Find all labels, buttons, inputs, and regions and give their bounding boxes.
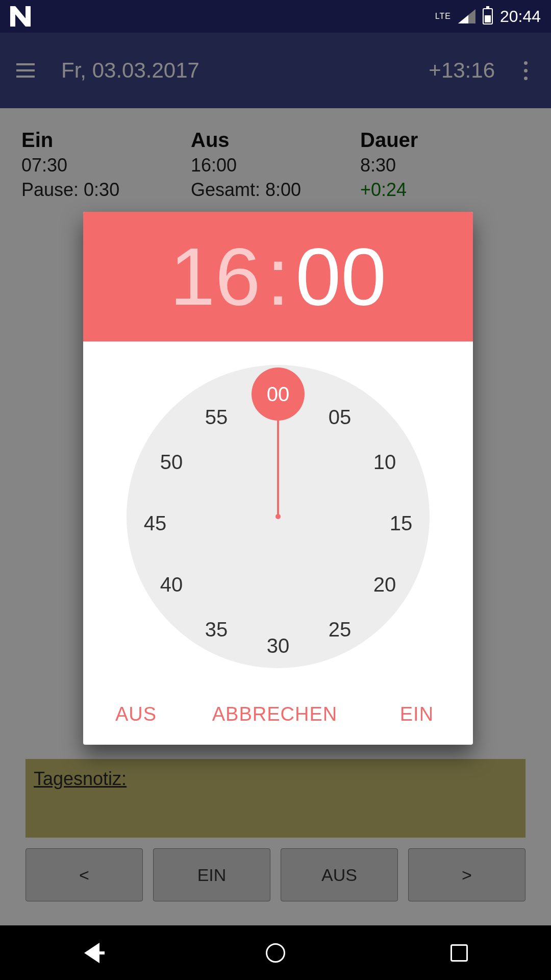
network-type-label: LTE [435,12,451,21]
battery-icon [483,8,493,24]
system-nav-bar [0,925,551,980]
clock-tick-05[interactable]: 05 [322,404,358,430]
clock-face[interactable]: 00 05 10 15 20 25 30 35 40 45 50 55 [127,365,430,668]
nav-home-icon[interactable] [263,941,288,965]
clock-tick-15[interactable]: 15 [383,510,419,536]
dialog-ein-button[interactable]: EIN [361,683,473,745]
dialog-actions: AUS ABBRECHEN EIN [83,683,473,745]
clock-tick-20[interactable]: 20 [367,572,403,597]
clock-selected-tick[interactable]: 00 [252,368,305,421]
clock-tick-35[interactable]: 35 [198,617,234,642]
signal-icon [458,9,475,23]
clock-tick-55[interactable]: 55 [198,404,234,430]
time-picker-colon: : [267,236,289,317]
clock-center-dot [276,514,281,519]
status-time: 20:44 [500,7,541,26]
time-picker-dialog: 16 : 00 00 05 10 15 20 25 30 35 40 45 50… [83,212,473,745]
time-picker-hour[interactable]: 16 [170,236,261,317]
time-picker-header: 16 : 00 [83,212,473,341]
clock-tick-25[interactable]: 25 [322,617,358,642]
android-n-icon [10,6,31,27]
clock-tick-45[interactable]: 45 [137,510,173,536]
dialog-aus-button[interactable]: AUS [83,683,189,745]
dialog-cancel-button[interactable]: ABBRECHEN [189,683,361,745]
clock-tick-50[interactable]: 50 [154,449,189,475]
clock-tick-30[interactable]: 30 [260,633,296,658]
clock-tick-10[interactable]: 10 [367,449,403,475]
nav-recent-icon[interactable] [447,941,471,965]
time-picker-minute[interactable]: 00 [295,236,386,317]
nav-back-icon[interactable] [80,941,104,965]
status-bar: LTE 20:44 [0,0,551,33]
clock-tick-40[interactable]: 40 [154,572,189,597]
